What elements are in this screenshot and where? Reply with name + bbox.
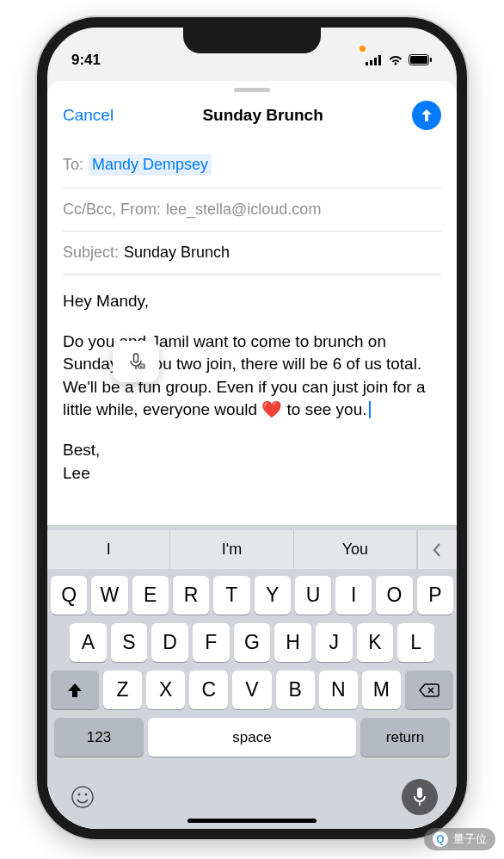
keyboard-mic-icon	[126, 352, 145, 371]
key-b[interactable]: B	[276, 671, 315, 709]
suggestion-clear[interactable]	[417, 530, 457, 569]
svg-point-14	[85, 794, 88, 796]
key-g[interactable]: G	[234, 623, 271, 662]
body-signature: Lee	[63, 464, 90, 482]
watermark: Q 量子位	[424, 828, 495, 850]
svg-point-12	[72, 787, 93, 807]
svg-rect-3	[378, 55, 381, 65]
watermark-logo-icon: Q	[433, 831, 448, 847]
status-time: 9:41	[71, 52, 101, 69]
svg-point-13	[78, 794, 81, 796]
key-p[interactable]: P	[417, 576, 453, 615]
key-i[interactable]: I	[335, 576, 372, 615]
ccbcc-field[interactable]: Cc/Bcc, From: lee_stella@icloud.com	[63, 188, 441, 232]
svg-rect-7	[134, 354, 138, 362]
key-x[interactable]: X	[146, 671, 185, 709]
key-j[interactable]: J	[316, 623, 353, 662]
text-cursor	[369, 401, 371, 418]
send-button[interactable]	[412, 101, 441, 130]
body-closing: Best, Lee	[63, 439, 441, 485]
suggestion-3[interactable]: You	[294, 530, 417, 569]
key-row-4: 123 space return	[51, 718, 453, 763]
chevron-left-icon	[432, 542, 442, 558]
svg-rect-15	[417, 788, 422, 798]
to-label: To:	[63, 156, 83, 174]
key-rows: Q W E R T Y U I O P A S D F G H	[47, 569, 457, 767]
svg-rect-5	[410, 56, 427, 64]
cancel-button[interactable]: Cancel	[63, 106, 114, 125]
svg-rect-0	[366, 62, 368, 65]
key-k[interactable]: K	[357, 623, 394, 662]
dictation-popup[interactable]	[113, 341, 159, 382]
key-l[interactable]: L	[397, 623, 434, 662]
key-123[interactable]: 123	[54, 718, 144, 757]
key-row-1: Q W E R T Y U I O P	[51, 576, 453, 615]
quicktype-bar: I I'm You	[47, 530, 457, 569]
key-t[interactable]: T	[213, 576, 249, 615]
arrow-up-icon	[419, 108, 434, 123]
subject-field[interactable]: Subject: Sunday Brunch	[63, 232, 441, 275]
svg-rect-6	[430, 58, 432, 62]
from-value: lee_stella@icloud.com	[166, 201, 321, 219]
key-r[interactable]: R	[173, 576, 209, 615]
svg-rect-2	[374, 58, 377, 65]
subject-value: Sunday Brunch	[124, 244, 230, 262]
suggestion-2[interactable]: I'm	[170, 530, 293, 569]
battery-icon	[409, 54, 433, 65]
wifi-icon	[388, 54, 403, 65]
header-fields: To: Mandy Dempsey Cc/Bcc, From: lee_stel…	[47, 142, 457, 275]
svg-rect-1	[370, 60, 372, 65]
mic-indicator-dot	[360, 46, 366, 52]
key-row-3: Z X C V B N M	[51, 671, 453, 709]
ccbcc-label: Cc/Bcc, From:	[63, 201, 161, 219]
nav-bar: Cancel Sunday Brunch	[47, 92, 457, 142]
key-v[interactable]: V	[232, 671, 271, 709]
microphone-icon	[412, 787, 427, 807]
recipient-chip[interactable]: Mandy Dempsey	[89, 154, 212, 176]
subject-label: Subject:	[63, 244, 119, 262]
key-m[interactable]: M	[362, 671, 401, 709]
status-right	[366, 54, 433, 65]
watermark-text: 量子位	[453, 831, 487, 847]
key-e[interactable]: E	[132, 576, 169, 615]
key-space[interactable]: space	[148, 718, 356, 757]
key-u[interactable]: U	[295, 576, 331, 615]
key-f[interactable]: F	[193, 623, 230, 662]
key-h[interactable]: H	[274, 623, 311, 662]
delete-icon	[419, 683, 439, 698]
key-y[interactable]: Y	[255, 576, 291, 615]
key-row-2: A S D F G H J K L	[51, 623, 453, 662]
key-return[interactable]: return	[360, 718, 450, 757]
key-delete[interactable]	[405, 671, 453, 709]
key-d[interactable]: D	[151, 623, 188, 662]
key-c[interactable]: C	[189, 671, 228, 709]
key-n[interactable]: N	[319, 671, 358, 709]
emoji-icon	[71, 785, 95, 809]
compose-sheet: Cancel Sunday Brunch To: Mandy Dempsey C…	[47, 81, 457, 829]
to-field[interactable]: To: Mandy Dempsey	[63, 142, 441, 188]
compose-title: Sunday Brunch	[202, 106, 323, 125]
message-body[interactable]: Hey Mandy, Do you and Jamil want to come…	[47, 275, 457, 485]
key-o[interactable]: O	[376, 576, 412, 615]
key-shift[interactable]	[51, 671, 99, 709]
key-s[interactable]: S	[111, 623, 148, 662]
key-z[interactable]: Z	[103, 671, 142, 709]
key-a[interactable]: A	[70, 623, 107, 662]
key-w[interactable]: W	[91, 576, 127, 615]
suggestion-1[interactable]: I	[47, 530, 170, 569]
dictation-button[interactable]	[402, 779, 438, 815]
keyboard: I I'm You Q W E R T Y U I O P	[47, 525, 457, 829]
emoji-button[interactable]	[66, 781, 99, 813]
phone-frame: 9:41 Cancel Sunday Brunch To:	[37, 17, 467, 839]
cellular-icon	[366, 55, 383, 65]
notch	[183, 28, 321, 53]
home-indicator[interactable]	[187, 819, 317, 823]
body-greeting: Hey Mandy,	[63, 290, 441, 313]
key-q[interactable]: Q	[51, 576, 87, 615]
shift-icon	[66, 683, 83, 698]
